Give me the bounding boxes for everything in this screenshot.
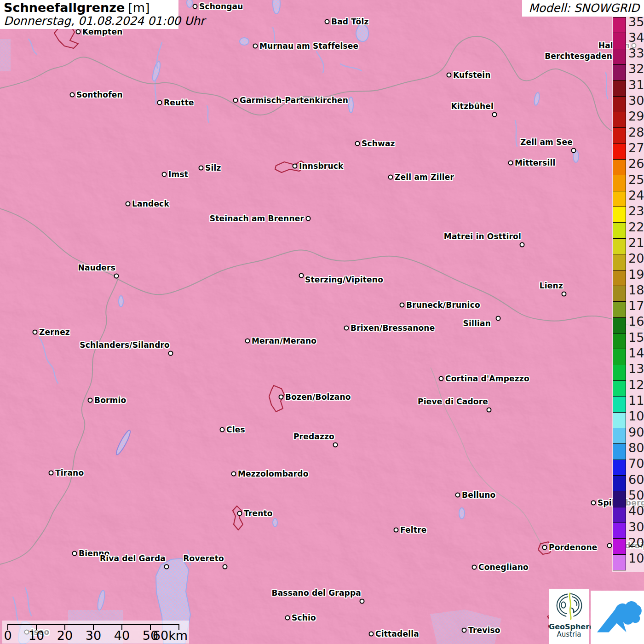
city-label-zell-am-ziller: Zell am Ziller <box>395 172 454 182</box>
city-dot-reutte <box>157 100 162 105</box>
city-dot-schlanders-silandro <box>168 351 173 356</box>
model-label: Modell: SNOWGRID <box>529 1 639 15</box>
city-label-bassano-del-grappa: Bassano del Grappa <box>271 588 361 598</box>
colorbar <box>613 17 626 570</box>
city-dot-landeck <box>126 201 131 207</box>
colorbar-tick-label-1400: 1400 <box>628 347 644 359</box>
geosphere-logo: GeoSphere Austria <box>549 589 589 644</box>
colorbar-cell-1400 <box>613 349 626 365</box>
city-dot-mittersill <box>508 161 513 166</box>
colorbar-cell-400 <box>613 507 626 523</box>
colorbar-tick-label-200: 200 <box>628 536 644 549</box>
colorbar-tick-label-3300: 3300 <box>628 47 644 59</box>
colorbar-cell-700 <box>613 460 626 476</box>
city-label-cles: Cles <box>226 425 245 434</box>
city-label-conegliano: Conegliano <box>478 563 529 572</box>
colorbar-cell-2400 <box>613 191 626 207</box>
city-label-cortina-d-ampezzo: Cortina d'Ampezzo <box>445 374 529 383</box>
scalebar-label-10: 10 <box>29 629 44 642</box>
colorbar-cell-3400 <box>613 33 626 49</box>
city-label-berchtesgaden: Berchtesgaden <box>545 52 612 61</box>
city-dot-brixen-bressanone <box>344 326 349 331</box>
colorbar-tick-label-1500: 1500 <box>628 331 644 344</box>
map-title: Schneefallgrenze <box>4 0 125 15</box>
city-dot-pordenone <box>542 545 547 550</box>
city-dot-kempten <box>76 29 81 34</box>
city-markers-layer: SchongauBad TölzKemptenMurnau am Staffel… <box>0 0 644 644</box>
city-dot-predazzo <box>333 443 338 448</box>
colorbar-tick-label-300: 300 <box>628 521 644 533</box>
city-dot-belluno <box>455 493 460 498</box>
colorbar-cell-2500 <box>613 175 626 191</box>
colorbar-cell-1900 <box>613 270 626 286</box>
city-dot-tirano <box>49 471 54 476</box>
city-label-landeck: Landeck <box>132 199 169 208</box>
city-label-riva-del-garda: Riva del Garda <box>100 554 166 563</box>
colorbar-tick-label-400: 400 <box>628 505 644 517</box>
colorbar-tick-label-1300: 1300 <box>628 362 644 375</box>
colorbar-cell-1100 <box>613 397 626 412</box>
colorbar-cell-1500 <box>613 334 626 349</box>
city-dot-schio <box>285 615 290 621</box>
geosphere-logo-text: GeoSphere <box>549 623 589 631</box>
city-dot-bruneck-brunico <box>400 303 405 308</box>
city-label-imst: Imst <box>168 170 188 179</box>
colorbar-tick-label-800: 800 <box>628 442 644 454</box>
city-dot-zell-am-ziller <box>388 175 393 180</box>
city-dot-garmisch-partenkirchen <box>233 98 238 103</box>
city-label-belluno: Belluno <box>462 490 495 500</box>
city-dot-innsbruck <box>293 164 298 169</box>
city-dot-rovereto <box>223 564 228 569</box>
colorbar-cell-2200 <box>613 223 626 238</box>
city-label-feltre: Feltre <box>400 525 427 535</box>
city-label-bozen-bolzano: Bozen/Bolzano <box>285 392 351 402</box>
colorbar-tick-label-2200: 2200 <box>628 221 644 233</box>
city-label-sillian: Sillian <box>463 319 491 328</box>
colorbar-tick-label-3100: 3100 <box>628 79 644 91</box>
colorbar-tick-label-1600: 1600 <box>628 315 644 328</box>
city-label-schwaz: Schwaz <box>362 139 395 148</box>
scalebar: 0102030405060km <box>2 621 189 644</box>
colorbar-cell-3100 <box>613 80 626 96</box>
colorbar-cell-2700 <box>613 144 626 160</box>
colorbar-tick-label-2800: 2800 <box>628 126 644 138</box>
colorbar-cell-300 <box>613 523 626 539</box>
colorbar-cell-2300 <box>613 207 626 223</box>
city-label-matrei-in-osttirol: Matrei in Osttirol <box>444 232 521 241</box>
city-label-pordenone: Pordenone <box>549 543 597 552</box>
city-dot-treviso <box>462 628 467 633</box>
city-label-innsbruck: Innsbruck <box>299 161 344 171</box>
city-dot-schwaz <box>355 141 360 146</box>
colorbar-cell-3000 <box>613 97 626 112</box>
colorbar-cell-1000 <box>613 413 626 428</box>
city-dot-bad-t-lz <box>325 19 330 24</box>
city-label-bruneck-brunico: Bruneck/Brunico <box>406 300 480 310</box>
colorbar-tick-label-1200: 1200 <box>628 379 644 391</box>
city-dot-feltre <box>394 528 399 533</box>
colorbar-tick-label-3200: 3200 <box>628 63 644 75</box>
colorbar-tick-label-3500: 3500 <box>628 16 644 28</box>
colorbar-tick-label-2400: 2400 <box>628 189 644 201</box>
city-label-zell-am-see: Zell am See <box>520 138 573 147</box>
city-dot-bormio <box>88 398 93 403</box>
colorbar-cell-900 <box>613 428 626 444</box>
colorbar-tick-label-2000: 2000 <box>628 252 644 264</box>
colorbar-tick-label-3000: 3000 <box>628 94 644 107</box>
colorbar-tick-label-1700: 1700 <box>628 299 644 312</box>
colorbar-cell-800 <box>613 444 626 460</box>
colorbar-cell-1600 <box>613 318 626 334</box>
colorbar-tick-label-2700: 2700 <box>628 142 644 154</box>
geosphere-logo-subtext: Austria <box>549 631 589 638</box>
city-label-tirano: Tirano <box>55 468 84 477</box>
colorbar-tick-label-1100: 1100 <box>628 394 644 407</box>
city-label-lienz: Lienz <box>540 281 563 290</box>
city-label-trento: Trento <box>244 509 273 518</box>
city-dot-nauders <box>114 274 119 279</box>
city-label-kitzb-hel: Kitzbühel <box>451 102 494 111</box>
city-label-garmisch-partenkirchen: Garmisch-Partenkirchen <box>240 96 348 105</box>
city-dot-pieve-di-cadore <box>487 408 492 413</box>
scalebar-label-0: 0 <box>4 629 12 642</box>
scalebar-label-60km: 60km <box>153 629 188 642</box>
colorbar-tick-label-600: 600 <box>628 473 644 486</box>
city-label-predazzo: Predazzo <box>293 432 334 441</box>
